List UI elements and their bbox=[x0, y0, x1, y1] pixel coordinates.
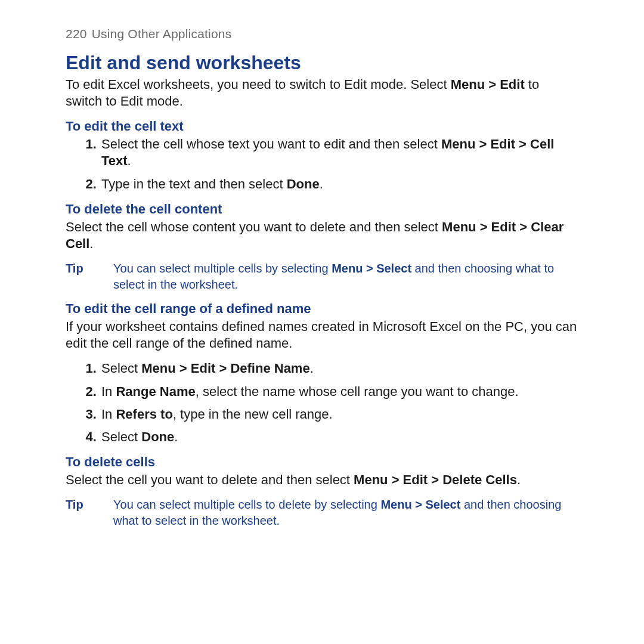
step2-b: . bbox=[320, 177, 323, 191]
dcell-a: Select the cell you want to delete and t… bbox=[66, 472, 354, 487]
er1-bold: Menu > Edit > Define Name bbox=[141, 361, 309, 376]
step-2: Type in the text and then select Done. bbox=[100, 176, 578, 193]
running-title: Using Other Applications bbox=[92, 27, 232, 41]
er2-b: , select the name whose cell range you w… bbox=[196, 384, 519, 399]
er1-a: Select bbox=[101, 361, 141, 376]
dcell-bold: Menu > Edit > Delete Cells bbox=[354, 472, 517, 487]
er3-a: In bbox=[101, 407, 116, 422]
heading-delete-cells: To delete cells bbox=[66, 454, 578, 470]
page-number: 220 bbox=[66, 27, 87, 41]
er-step-1: Select Menu > Edit > Define Name. bbox=[100, 360, 578, 377]
er4-b: . bbox=[174, 429, 178, 444]
dc-b: . bbox=[89, 236, 93, 251]
step1-a: Select the cell whose text you want to e… bbox=[101, 137, 441, 151]
step1-b: . bbox=[128, 153, 131, 168]
dc-a: Select the cell whose content you want t… bbox=[66, 219, 442, 234]
tip2-bold: Menu > Select bbox=[380, 498, 460, 511]
heading-edit-cell-text: To edit the cell text bbox=[66, 118, 578, 135]
tip2-label: Tip bbox=[66, 497, 113, 528]
er3-bold: Refers to bbox=[116, 407, 172, 422]
er2-bold: Range Name bbox=[116, 384, 195, 399]
step2-a: Type in the text and then select bbox=[101, 177, 287, 191]
delete-cells-body: Select the cell you want to delete and t… bbox=[66, 472, 578, 488]
heading-edit-range: To edit the cell range of a defined name bbox=[66, 301, 578, 317]
tip-label: Tip bbox=[66, 261, 113, 292]
delete-content-body: Select the cell whose content you want t… bbox=[66, 219, 578, 252]
er-step-4: Select Done. bbox=[100, 429, 578, 445]
er-step-2: In Range Name, select the name whose cel… bbox=[100, 383, 578, 400]
section-title: Edit and send worksheets bbox=[66, 51, 578, 75]
er4-a: Select bbox=[101, 429, 141, 444]
tip-body: You can select multiple cells by selecti… bbox=[113, 261, 578, 292]
tip2-a: You can select multiple cells to delete … bbox=[113, 498, 380, 511]
step-1: Select the cell whose text you want to e… bbox=[100, 136, 578, 169]
edit-range-intro: If your worksheet contains defined names… bbox=[66, 318, 578, 352]
er3-b: , type in the new cell range. bbox=[173, 407, 333, 422]
tip2-body: You can select multiple cells to delete … bbox=[113, 497, 578, 528]
section-intro: To edit Excel worksheets, you need to sw… bbox=[66, 76, 578, 110]
er1-b: . bbox=[310, 361, 314, 376]
document-page: 220Using Other Applications Edit and sen… bbox=[0, 0, 644, 561]
er2-a: In bbox=[101, 384, 116, 399]
running-header: 220Using Other Applications bbox=[66, 26, 578, 42]
steps-edit-range: Select Menu > Edit > Define Name. In Ran… bbox=[66, 360, 578, 445]
tip1-bold: Menu > Select bbox=[332, 262, 411, 275]
tip-2: Tip You can select multiple cells to del… bbox=[66, 497, 578, 528]
er-step-3: In Refers to, type in the new cell range… bbox=[100, 406, 578, 423]
er4-bold: Done bbox=[141, 429, 174, 444]
tip-1: Tip You can select multiple cells by sel… bbox=[66, 261, 578, 292]
steps-edit-cell-text: Select the cell whose text you want to e… bbox=[66, 136, 578, 192]
intro-bold: Menu > Edit bbox=[451, 77, 525, 92]
heading-delete-content: To delete the cell content bbox=[66, 201, 578, 218]
tip1-a: You can select multiple cells by selecti… bbox=[113, 262, 332, 275]
intro-text-a: To edit Excel worksheets, you need to sw… bbox=[66, 77, 451, 92]
step2-bold: Done bbox=[287, 177, 320, 191]
dcell-b: . bbox=[517, 472, 521, 487]
